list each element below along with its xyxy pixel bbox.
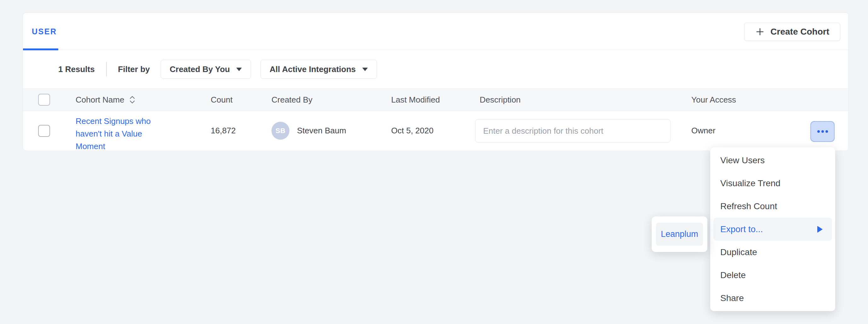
- plus-icon: [755, 27, 765, 36]
- menu-item-share[interactable]: Share: [710, 287, 835, 310]
- row-context-menu: View Users Visualize Trend Refresh Count…: [710, 147, 835, 311]
- cohorts-card: USER Create Cohort 1 Results Filter by C…: [23, 12, 849, 150]
- chevron-down-icon: [362, 68, 368, 71]
- integrations-dropdown-value: All Active Integrations: [270, 65, 356, 74]
- menu-item-export-to-label: Export to...: [720, 224, 763, 235]
- tab-user-label: USER: [32, 27, 57, 36]
- create-cohort-button[interactable]: Create Cohort: [744, 23, 840, 41]
- column-header-description: Description: [480, 89, 521, 111]
- tab-user[interactable]: USER: [23, 13, 65, 50]
- row-checkbox[interactable]: [38, 125, 50, 137]
- column-header-cohort-name[interactable]: Cohort Name: [75, 89, 136, 111]
- table-header: Cohort Name Count Created By Last Modifi…: [23, 88, 848, 111]
- menu-item-delete[interactable]: Delete: [710, 263, 835, 287]
- created-by-cell: SB Steven Baum: [272, 111, 346, 150]
- column-header-your-access: Your Access: [691, 89, 736, 111]
- ellipsis-icon: [826, 130, 828, 133]
- menu-item-export-to[interactable]: Export to...: [713, 218, 832, 241]
- vertical-divider: [106, 62, 107, 76]
- menu-item-refresh-count[interactable]: Refresh Count: [710, 195, 835, 218]
- filter-by-label: Filter by: [118, 65, 150, 74]
- select-all-checkbox[interactable]: [38, 94, 50, 106]
- cohort-count: 16,872: [211, 111, 236, 150]
- submenu-arrow-icon: [817, 226, 823, 233]
- created-by-dropdown-value: Created By You: [170, 65, 230, 74]
- submenu-item-leanplum[interactable]: Leanplum: [656, 223, 703, 246]
- chevron-down-icon: [236, 68, 242, 71]
- create-cohort-label: Create Cohort: [770, 27, 829, 37]
- menu-item-visualize-trend[interactable]: Visualize Trend: [710, 172, 835, 195]
- last-modified-cell: Oct 5, 2020: [391, 111, 433, 150]
- ellipsis-icon: [817, 130, 820, 133]
- description-input[interactable]: [475, 119, 671, 143]
- menu-item-view-users[interactable]: View Users: [710, 149, 835, 172]
- column-header-count: Count: [211, 89, 232, 111]
- row-actions-button[interactable]: [810, 121, 835, 142]
- results-count: 1 Results: [58, 65, 95, 74]
- created-by-dropdown[interactable]: Created By You: [161, 60, 251, 79]
- menu-item-duplicate[interactable]: Duplicate: [710, 241, 835, 263]
- integrations-dropdown[interactable]: All Active Integrations: [260, 60, 377, 79]
- filter-bar: 1 Results Filter by Created By You All A…: [23, 50, 848, 88]
- column-header-created-by: Created By: [272, 89, 312, 111]
- sort-icon: [129, 95, 136, 104]
- export-submenu: Leanplum: [652, 216, 707, 252]
- table-row: Recent Signups who haven't hit a Value M…: [23, 111, 848, 150]
- tab-bar: USER Create Cohort: [23, 13, 848, 50]
- avatar: SB: [272, 122, 289, 140]
- cohort-name-link[interactable]: Recent Signups who haven't hit a Value M…: [75, 115, 158, 152]
- ellipsis-icon: [822, 130, 824, 133]
- cohorts-page: USER Create Cohort 1 Results Filter by C…: [0, 0, 868, 324]
- column-header-last-modified: Last Modified: [391, 89, 440, 111]
- creator-name: Steven Baum: [297, 126, 346, 136]
- access-cell: Owner: [691, 111, 716, 150]
